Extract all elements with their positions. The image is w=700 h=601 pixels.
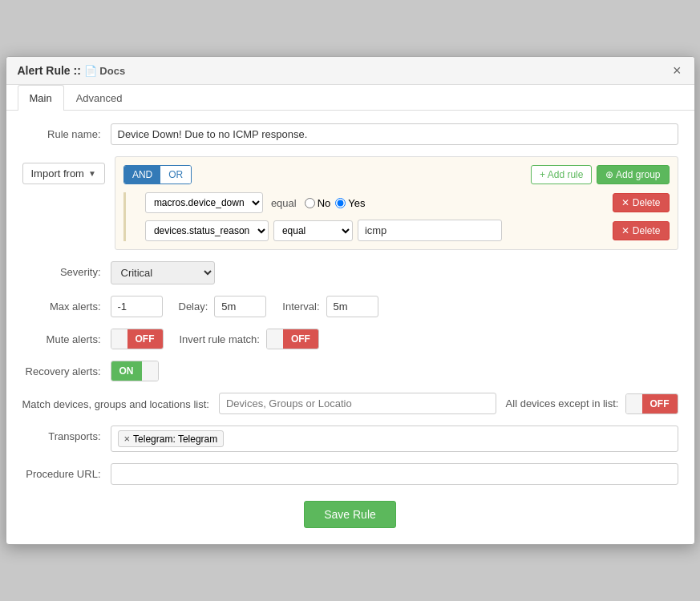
delay-input[interactable] xyxy=(214,296,266,317)
rule-name-input[interactable] xyxy=(111,123,678,145)
modal-title: Alert Rule :: 📄 Docs xyxy=(18,64,126,77)
save-rule-button[interactable]: Save Rule xyxy=(304,501,396,528)
max-alerts-input[interactable] xyxy=(111,296,163,317)
mute-alerts-label: Mute alerts: xyxy=(22,329,111,345)
invert-item: Invert rule match: OFF xyxy=(180,329,319,349)
invert-toggle-switch[interactable]: OFF xyxy=(266,329,319,349)
dropdown-arrow-icon: ▼ xyxy=(88,169,96,178)
condition1-radio-yes-label[interactable]: Yes xyxy=(335,197,365,209)
match-devices-input[interactable] xyxy=(219,393,496,414)
match-devices-row: Match devices, groups and locations list… xyxy=(22,393,678,414)
recovery-alerts-label: Recovery alerts: xyxy=(22,361,111,377)
condition1-radio-yes[interactable] xyxy=(335,198,346,208)
all-devices-label: All devices except in list: xyxy=(506,397,619,409)
docs-link[interactable]: 📄 Docs xyxy=(84,65,125,77)
add-group-button[interactable]: ⊕ Add group xyxy=(597,165,669,184)
condition2-operator-select[interactable]: equal not equal contains not contains re… xyxy=(273,220,353,241)
or-button[interactable]: OR xyxy=(160,166,191,184)
condition-builder: AND OR + Add rule ⊕ Add group macros.dev… xyxy=(115,156,678,250)
transport-box[interactable]: × Telegram: Telegram xyxy=(111,426,678,452)
delay-item: Delay: xyxy=(179,296,267,317)
condition-actions: + Add rule ⊕ Add group xyxy=(531,165,669,184)
all-devices-toggle-switch[interactable]: OFF xyxy=(625,393,678,414)
recovery-toggle-on: ON xyxy=(111,361,142,381)
condition-header: AND OR + Add rule ⊕ Add group xyxy=(123,165,670,184)
conditions-list: macros.device_down equal No Yes xyxy=(123,192,670,241)
interval-item: Interval: xyxy=(282,296,378,317)
add-rule-button[interactable]: + Add rule xyxy=(531,165,592,184)
mute-toggle-switch[interactable]: OFF xyxy=(111,329,164,349)
condition2-delete-button[interactable]: ✕ Delete xyxy=(613,221,669,240)
import-from-button[interactable]: Import from ▼ xyxy=(22,163,105,184)
severity-select[interactable]: Critical Warning Info Ok xyxy=(111,261,215,284)
condition2-field-select[interactable]: devices.status_reason xyxy=(145,220,269,241)
transport-remove-icon[interactable]: × xyxy=(124,433,131,445)
condition-row-2: devices.status_reason equal not equal co… xyxy=(132,220,670,241)
tab-main[interactable]: Main xyxy=(18,85,64,111)
max-alerts-label: Max alerts: xyxy=(22,296,111,313)
match-devices-content: All devices except in list: OFF xyxy=(219,393,678,414)
invert-toggle-wrap[interactable]: OFF xyxy=(266,329,319,349)
rule-name-row: Rule name: xyxy=(22,123,678,145)
severity-label: Severity: xyxy=(22,261,111,278)
modal-body: Rule name: Import from ▼ AND OR xyxy=(6,111,694,544)
invert-toggle-off: OFF xyxy=(283,329,318,349)
tabs-container: Main Advanced xyxy=(6,85,694,111)
import-from-label: Import from ▼ xyxy=(22,156,115,184)
transports-label: Transports: xyxy=(22,426,111,442)
procedure-url-row: Procedure URL: xyxy=(22,463,678,485)
all-devices-toggle-blank xyxy=(626,394,642,413)
alert-rule-modal: Alert Rule :: 📄 Docs × Main Advanced Rul… xyxy=(6,56,695,545)
mute-row: Mute alerts: OFF Invert rule match: OFF xyxy=(22,329,678,349)
recovery-toggle-wrap[interactable]: ON xyxy=(111,361,159,381)
match-devices-label: Match devices, groups and locations list… xyxy=(22,393,219,412)
and-or-toggle: AND OR xyxy=(123,165,192,184)
delay-label: Delay: xyxy=(179,300,208,313)
procedure-url-input[interactable] xyxy=(111,463,678,485)
alerts-row: Max alerts: Delay: Interval: xyxy=(22,296,678,317)
transports-row: Transports: × Telegram: Telegram xyxy=(22,426,678,452)
interval-label: Interval: xyxy=(282,300,319,313)
alerts-inline-group: Delay: Interval: xyxy=(111,296,678,317)
save-row: Save Rule xyxy=(22,501,678,528)
recovery-row: Recovery alerts: ON xyxy=(22,361,678,381)
invert-toggle-blank xyxy=(267,329,283,349)
condition1-radio-no[interactable] xyxy=(305,198,315,208)
tab-advanced[interactable]: Advanced xyxy=(64,85,135,111)
condition1-field-select[interactable]: macros.device_down xyxy=(145,192,263,213)
condition1-radio-group: No Yes xyxy=(305,197,366,209)
mute-alerts-toggle[interactable]: OFF xyxy=(111,329,164,349)
condition-row: Import from ▼ AND OR + Add rule ⊕ Add gr… xyxy=(22,156,678,250)
condition1-radio-no-label[interactable]: No xyxy=(305,197,331,209)
transport-tag: × Telegram: Telegram xyxy=(118,430,225,447)
recovery-toggle-blank xyxy=(142,361,158,381)
severity-row: Severity: Critical Warning Info Ok xyxy=(22,261,678,284)
condition2-value-input[interactable] xyxy=(358,220,502,241)
all-devices-toggle-off: OFF xyxy=(642,394,678,413)
invert-rule-label: Invert rule match: xyxy=(180,333,260,345)
close-button[interactable]: × xyxy=(671,63,683,78)
condition1-operator-label: equal xyxy=(268,197,300,209)
modal-header: Alert Rule :: 📄 Docs × xyxy=(6,57,694,85)
mute-toggle-blank xyxy=(111,329,127,349)
rule-name-label: Rule name: xyxy=(22,123,111,140)
procedure-url-label: Procedure URL: xyxy=(22,463,111,480)
interval-input[interactable] xyxy=(326,296,378,317)
and-button[interactable]: AND xyxy=(124,166,160,184)
all-devices-toggle: All devices except in list: OFF xyxy=(506,393,678,414)
mute-toggle-off: OFF xyxy=(127,329,163,349)
condition-row-1: macros.device_down equal No Yes xyxy=(132,192,670,213)
condition1-delete-button[interactable]: ✕ Delete xyxy=(613,193,669,212)
mute-inline-group: OFF Invert rule match: OFF xyxy=(111,329,678,349)
recovery-toggle-switch[interactable]: ON xyxy=(111,361,159,381)
